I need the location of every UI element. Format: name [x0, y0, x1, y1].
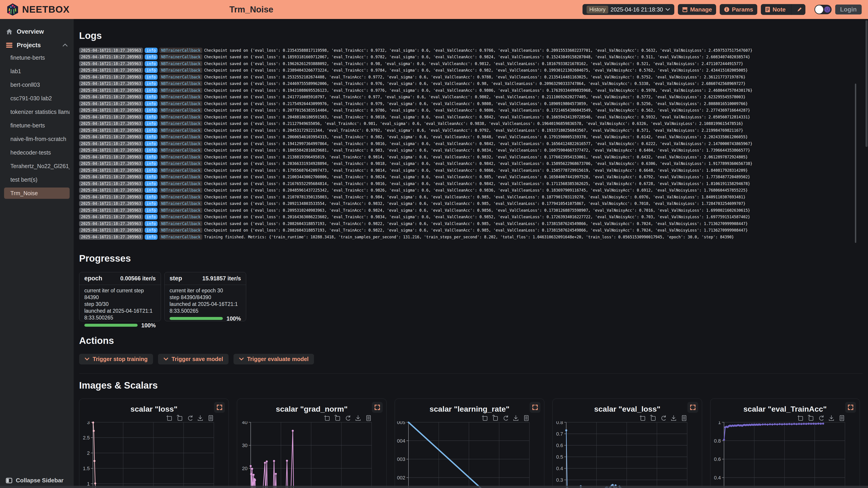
- log-message: Checkpoint saved on {'eval_loss': 0.2417…: [204, 95, 745, 99]
- params-button[interactable]: Params: [720, 4, 757, 15]
- data-view-icon[interactable]: [207, 415, 214, 421]
- history-select[interactable]: History 2025-04-16 21:18:30: [583, 4, 674, 15]
- download-icon[interactable]: [197, 415, 204, 421]
- download-icon[interactable]: [670, 415, 677, 421]
- sidebar-project-item[interactable]: tokenizer statistics llama...: [4, 106, 70, 118]
- fullscreen-button[interactable]: [214, 402, 225, 413]
- fullscreen-button[interactable]: [372, 402, 383, 413]
- sidebar-project-item[interactable]: naive-llm-from-scratch: [4, 133, 70, 144]
- log-level-badge: info: [145, 114, 158, 120]
- log-scrollbar[interactable]: [855, 84, 856, 243]
- log-level-badge: info: [145, 148, 158, 153]
- log-message: Checkpoint saved on {'eval_loss': 0.2446…: [204, 81, 745, 86]
- sidebar-project-item[interactable]: hedecoder-tests: [4, 147, 70, 158]
- brand[interactable]: NEETBOX: [6, 3, 70, 16]
- log-row: 2025-04-16T21:18:27.205963infoNBTrainerC…: [79, 134, 868, 140]
- box-select-icon[interactable]: [176, 415, 183, 421]
- log-level-badge: info: [145, 101, 158, 106]
- refresh-icon[interactable]: [186, 415, 193, 421]
- sidebar-project-item[interactable]: lab1: [4, 66, 70, 77]
- chart-toolbar: [166, 415, 214, 421]
- refresh-icon[interactable]: [660, 415, 666, 421]
- note-button-group: Note: [761, 4, 805, 15]
- scalar-chart-card: scalar "learning_rate"005004003002001: [395, 398, 544, 488]
- log-level-badge: info: [145, 207, 158, 213]
- svg-text:3: 3: [87, 421, 90, 425]
- box-select-icon[interactable]: [492, 415, 498, 421]
- manage-button[interactable]: Manage: [678, 4, 716, 15]
- login-button[interactable]: Login: [835, 4, 862, 14]
- data-view-icon[interactable]: [838, 415, 845, 421]
- zoom-box-icon[interactable]: [797, 415, 804, 421]
- fullscreen-button[interactable]: [845, 402, 856, 413]
- refresh-icon[interactable]: [502, 415, 509, 421]
- log-list[interactable]: 2025-04-16T21:18:27.205963infoNBTrainerC…: [79, 47, 868, 240]
- log-row: 2025-04-16T21:18:27.205963infoNBTrainerC…: [79, 194, 868, 200]
- data-view-icon[interactable]: [365, 415, 372, 421]
- log-row: 2025-04-16T21:18:27.205963infoNBTrainerC…: [79, 67, 868, 74]
- log-timestamp-badge: 2025-04-16T21:18:27.205963: [79, 128, 143, 133]
- log-timestamp-badge: 2025-04-16T21:18:27.205963: [79, 207, 143, 213]
- zoom-box-icon[interactable]: [323, 415, 330, 421]
- log-level-badge: info: [145, 68, 158, 73]
- download-icon[interactable]: [513, 415, 519, 421]
- trigger-evaluate-model-button[interactable]: Trigger evaluate model: [234, 354, 314, 364]
- refresh-icon[interactable]: [344, 415, 351, 421]
- page-scrollbar[interactable]: [866, 20, 868, 147]
- sidebar-project-item[interactable]: Terahertz_No22_Gl261_gl...: [4, 160, 70, 172]
- box-select-icon[interactable]: [807, 415, 814, 421]
- svg-text:0.7: 0.7: [556, 431, 563, 437]
- log-timestamp-badge: 2025-04-16T21:18:27.205963: [79, 201, 143, 206]
- trigger-save-model-button[interactable]: Trigger save model: [158, 354, 228, 364]
- edit-note-button[interactable]: [794, 4, 805, 15]
- log-row: 2025-04-16T21:18:27.205963infoNBTrainerC…: [79, 127, 868, 134]
- log-row: 2025-04-16T21:18:27.205963infoNBTrainerC…: [79, 94, 868, 101]
- section-divider: [79, 373, 863, 374]
- svg-text:004: 004: [397, 438, 405, 444]
- log-row: 2025-04-16T21:18:27.205963infoNBTrainerC…: [79, 154, 868, 160]
- download-icon[interactable]: [828, 415, 835, 421]
- history-value: 2025-04-16 21:18:30: [611, 6, 663, 13]
- sidebar-project-item[interactable]: finetune-berts: [4, 120, 70, 131]
- zoom-box-icon[interactable]: [166, 415, 173, 421]
- sidebar-item-overview[interactable]: Overview: [0, 25, 74, 38]
- theme-toggle[interactable]: [814, 5, 832, 14]
- chart-plot[interactable]: 32.521.51: [79, 421, 229, 488]
- log-tag-badge: NBTrainerCallback: [159, 174, 202, 180]
- box-select-icon[interactable]: [334, 415, 341, 421]
- chart-toolbar: [481, 415, 530, 421]
- divider: [791, 4, 792, 15]
- sidebar-project-item[interactable]: csc791-030 lab2: [4, 93, 70, 104]
- data-view-icon[interactable]: [523, 415, 530, 421]
- box-select-icon[interactable]: [649, 415, 656, 421]
- data-view-icon[interactable]: [681, 415, 687, 421]
- download-icon[interactable]: [355, 415, 362, 421]
- svg-text:0.3: 0.3: [556, 477, 563, 483]
- note-button[interactable]: Note: [761, 4, 789, 15]
- collapse-sidebar-button[interactable]: Collapse Sidebar: [6, 477, 64, 484]
- fullscreen-button[interactable]: [530, 402, 540, 413]
- log-message: Training finished. Metrics: {'train_runt…: [204, 235, 734, 239]
- chart-plot[interactable]: 0.80.70.60.50.40.30.2: [553, 421, 702, 488]
- sidebar-project-item[interactable]: bert-conll03: [4, 79, 70, 90]
- trigger-stop-training-button[interactable]: Trigger stop training: [79, 354, 153, 364]
- chart-title: scalar "loss": [79, 399, 228, 414]
- chart-plot[interactable]: 10.80.60.40.2: [710, 421, 860, 488]
- log-level-badge: info: [145, 201, 158, 206]
- svg-text:003: 003: [397, 456, 405, 462]
- chart-plot[interactable]: 40302010: [237, 421, 387, 488]
- sidebar-item-projects[interactable]: Projects: [0, 38, 74, 52]
- sidebar-project-item[interactable]: test bert(s): [4, 174, 70, 185]
- zoom-box-icon[interactable]: [481, 415, 488, 421]
- fullscreen-icon: [217, 404, 222, 410]
- log-tag-badge: NBTrainerCallback: [159, 214, 202, 220]
- sidebar-project-item[interactable]: Trm_Noise: [4, 188, 70, 199]
- log-level-badge: info: [145, 214, 158, 220]
- chart-plot[interactable]: 005004003002001: [395, 421, 545, 488]
- log-timestamp-badge: 2025-04-16T21:18:27.205963: [79, 221, 143, 226]
- sidebar-project-item[interactable]: finetune-berts: [4, 52, 70, 63]
- horizontal-scrollbar[interactable]: [0, 486, 868, 488]
- refresh-icon[interactable]: [817, 415, 825, 421]
- fullscreen-button[interactable]: [687, 402, 698, 413]
- zoom-box-icon[interactable]: [639, 415, 646, 421]
